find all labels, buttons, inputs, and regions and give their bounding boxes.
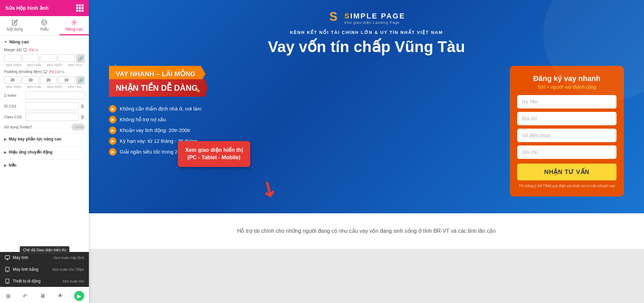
section-hieuung-header[interactable]: ▶ Hiệu ứng chuyển động [4, 150, 85, 155]
device-maytinhbang-preview: Xem trước cho 768px [52, 268, 84, 271]
monitor-btn[interactable]: 🖥 [39, 292, 47, 300]
margin-unit-toggle: PX % [29, 48, 38, 52]
form-card-title: Đăng ký vay nhanh [517, 74, 616, 83]
form-field-name[interactable] [517, 95, 616, 109]
tab-noidung[interactable]: Nội dung [0, 16, 30, 35]
logo-text-block: SIMPLE PAGE Kho giao diện Landing Page [344, 12, 406, 25]
footer-section: Hỗ trợ tài chính cho những người đang có… [89, 213, 644, 249]
svg-point-3 [73, 22, 75, 24]
margin-bottom-input[interactable] [40, 54, 57, 62]
classcss-delete-btn[interactable]: 🗑 [80, 114, 85, 120]
margin-left-input[interactable] [58, 54, 75, 62]
classcss-row: Class CSS 🗑 [4, 113, 85, 121]
margin-top-input[interactable] [4, 54, 21, 62]
logo-s: S [328, 10, 341, 27]
feature-item-1: ▶ Không cần thẩm định nhà ở, nơi làm [109, 105, 496, 113]
banner-image-area: ✦ ✦ VAY NHANH – LÃI MỎNG NHẬN TIỀN DỄ DÀ… [109, 66, 496, 97]
logo-name: SIMPLE PAGE [344, 12, 406, 20]
form-disclaimer: Tôi đồng ý để TIMA gọi điện và nhắn tin … [517, 184, 616, 188]
feature-icon-2: ▶ [109, 116, 116, 123]
section-nen-header[interactable]: ▶ Nền [4, 163, 85, 168]
form-field-phone[interactable] [517, 129, 616, 142]
monitor-icon [23, 48, 27, 52]
form-field-note[interactable] [517, 145, 616, 159]
undo-btn[interactable]: ↶ [21, 292, 29, 301]
form-card-subtitle: 500 + người vay thành công [517, 84, 616, 90]
svg-point-10 [7, 282, 7, 283]
zindex-input[interactable] [25, 91, 85, 99]
banner-badge-bottom: NHẬN TIỀN DỄ DÀNG [109, 79, 208, 97]
padding-row: Padding (khoảng đệm) PX EM % [4, 70, 85, 74]
feature-icon-4: ▶ [109, 137, 116, 145]
padding-bottom-input[interactable] [40, 76, 57, 84]
margin-row: Margin (lề) PX % [4, 48, 85, 52]
star3: ✦ [196, 87, 201, 95]
svg-rect-6 [5, 256, 9, 259]
landing-page: S SIMPLE PAGE Kho giao diện Landing Page… [89, 0, 644, 249]
tooltip-line2: (PC - Tablet - Mobile) [187, 155, 240, 160]
tooltip-row: Sử dụng Tooltip? [4, 124, 85, 130]
section-maybayphanluc-header[interactable]: ▶ Máy bay phản lực nâng cao [4, 137, 85, 141]
advanced-section-header[interactable]: ▼ Nâng cao [4, 39, 85, 44]
svg-point-0 [42, 20, 47, 25]
feature-item-3: ▶ Khoản vay linh động: 20tr-200tr [109, 127, 496, 134]
chevron-right-icon2: ▶ [4, 150, 7, 154]
hero-section: S SIMPLE PAGE Kho giao diện Landing Page… [89, 0, 644, 213]
idcss-row: ID CSS 🗑 [4, 102, 85, 110]
tab-nangcao-label: Nâng cao [65, 27, 83, 32]
grid-icon[interactable] [76, 4, 84, 12]
device-mobile-left: Thiết bị di động [5, 278, 41, 284]
padding-label: Padding (khoảng đệm) [4, 70, 47, 74]
margin-link-btn[interactable]: 🔗 [76, 54, 85, 63]
padding-top-input[interactable] [4, 76, 21, 84]
device-mobile[interactable]: Thiết bị di động Xem trước cho [0, 275, 89, 287]
feature-list: ▶ Không cần thẩm định nhà ở, nơi làm ▶ K… [109, 105, 496, 156]
section-hieuung: ▶ Hiệu ứng chuyển động [4, 146, 85, 158]
section-nen-label: Nền [9, 163, 16, 168]
form-field-address[interactable] [517, 112, 616, 125]
eye-btn[interactable]: 👁 [56, 292, 64, 300]
device-panel-overlay: Máy tính Xem trước mặc định Máy tính bản… [0, 252, 89, 287]
device-maytinhbang-label: Máy tính bảng [13, 267, 38, 272]
arrow-icon: ▼ [4, 40, 7, 44]
svg-rect-4 [23, 48, 27, 51]
tooltip-line1: Xem giao diện hiển thị [185, 147, 243, 153]
monitor-small-icon [43, 70, 47, 74]
zindex-row: Z-Index [4, 91, 85, 99]
device-maytinh-preview: Xem trước mặc định [54, 256, 84, 260]
padding-unit-toggle: PX EM % [49, 70, 64, 74]
tooltip-box: Xem giao diện hiển thị (PC - Tablet - Mo… [178, 141, 250, 167]
hero-body: ✦ ✦ VAY NHANH – LÃI MỎNG NHẬN TIỀN DỄ DÀ… [109, 66, 624, 197]
tooltip-toggle[interactable] [71, 124, 85, 130]
margin-right-input[interactable] [22, 54, 39, 62]
form-submit-btn[interactable]: NHẬN TƯ VẤN [517, 164, 616, 180]
section-maybayphanluc-label: Máy bay phản lực nâng cao [9, 137, 61, 141]
monitor-device-icon [5, 255, 10, 260]
tab-nangcao[interactable]: Nâng cao [59, 16, 89, 35]
margin-labels: BÊN TRÊN BÊN PHẢI BÊN DƯỚI BÊN TRÁI [4, 63, 85, 67]
tablet-device-icon [5, 267, 10, 272]
classcss-input[interactable] [25, 113, 79, 121]
idcss-input[interactable] [25, 102, 79, 110]
form-card: Đăng ký vay nhanh 500 + người vay thành … [510, 66, 624, 197]
tooltip-label: Sử dụng Tooltip? [4, 125, 32, 129]
feature-text-1: Không cần thẩm định nhà ở, nơi làm [120, 106, 201, 112]
tab-kieu[interactable]: Kiểu [30, 16, 59, 35]
padding-right-input[interactable] [22, 76, 39, 84]
padding-left-input[interactable] [58, 76, 75, 84]
padding-labels: BÊN TRÊN BÊN PHẢI BÊN DƯỚI BÊN TRÁI [4, 85, 85, 89]
feature-text-2: Không hỗ trợ nợ xấu [120, 117, 166, 123]
device-maytinhbang[interactable]: Máy tính bảng Xem trước cho 768px [0, 264, 89, 275]
hero-left: ✦ ✦ VAY NHANH – LÃI MỎNG NHẬN TIỀN DỄ DÀ… [109, 66, 496, 156]
section-nen: ▶ Nền [4, 159, 85, 171]
layers-btn[interactable]: ⊞ [5, 292, 12, 301]
panel-title: Sửa Hộp hình ảnh [5, 5, 49, 11]
main-content: Xem giao diện hiển thị (PC - Tablet - Mo… [89, 0, 644, 303]
publish-btn[interactable]: ▶ [74, 291, 84, 301]
edit-icon [12, 19, 18, 26]
logo-box: S SIMPLE PAGE Kho giao diện Landing Page [328, 10, 406, 27]
logo-tagline: Kho giao diện Landing Page [344, 20, 406, 25]
footer-text: Hỗ trợ tài chính cho những người đang có… [109, 227, 624, 235]
padding-link-btn[interactable]: 🔗 [76, 76, 85, 85]
idcss-delete-btn[interactable]: 🗑 [80, 103, 85, 109]
